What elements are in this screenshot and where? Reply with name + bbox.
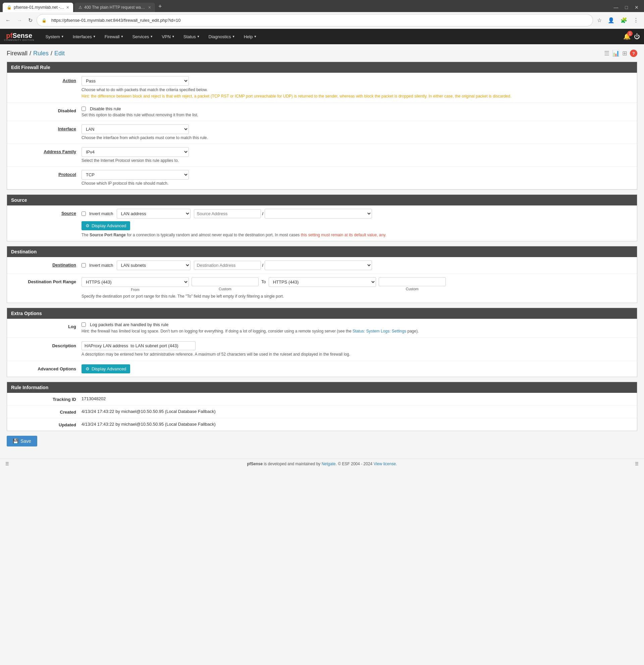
back-button[interactable]: ← <box>3 17 13 24</box>
breadcrumb-rules[interactable]: Rules <box>33 50 49 57</box>
log-hint: Hint: the firewall has limited local log… <box>81 328 633 334</box>
nav-status-caret: ▼ <box>197 35 200 38</box>
extensions-button[interactable]: 🧩 <box>619 16 629 24</box>
nav-badge: 1 <box>627 31 632 36</box>
nav-menu: System ▼ Interfaces ▼ Firewall ▼ Service… <box>41 30 261 43</box>
action-control: Pass Block Reject Choose what to do with… <box>81 76 633 99</box>
address-family-select[interactable]: IPv4 IPv6 IPv4+IPv6 <box>81 147 189 157</box>
destination-input-row: Invert match LAN subnets LAN address WAN… <box>81 261 633 270</box>
destination-section: Destination Destination Invert match LAN… <box>7 246 637 303</box>
nav-item-diagnostics[interactable]: Diagnostics ▼ <box>204 30 239 43</box>
logo-sub: COMMUNITY EDITION <box>4 39 34 41</box>
from-custom-label: Custom <box>191 287 259 291</box>
close-button[interactable]: ✕ <box>632 4 641 11</box>
advanced-options-display-button[interactable]: ⚙ Display Advanced <box>81 364 130 374</box>
footer-license-link[interactable]: View license. <box>374 461 397 466</box>
breadcrumb-icons: ☰ 📊 ⊞ ? <box>604 50 637 57</box>
to-custom-input[interactable] <box>379 277 446 286</box>
destination-invert-label[interactable]: Invert match <box>81 263 113 268</box>
destination-mask-select[interactable]: 24 32 <box>265 261 372 270</box>
chart-icon[interactable]: 📊 <box>612 50 620 57</box>
rule-info-title: Rule Information <box>11 385 48 390</box>
tab2-close-icon[interactable]: × <box>148 5 151 10</box>
save-button[interactable]: 💾 Save <box>7 436 37 446</box>
browser-tab-active[interactable]: 🔒 pfsense-01.myvmlab.net - Fire... × <box>3 3 73 12</box>
breadcrumb-path: Firewall / Rules / Edit <box>7 50 65 57</box>
nav-item-services[interactable]: Services ▼ <box>128 30 157 43</box>
protocol-label: Protocol <box>11 170 81 177</box>
disabled-checkbox[interactable] <box>81 107 86 111</box>
address-input[interactable] <box>49 16 588 24</box>
log-checkbox[interactable] <box>81 322 86 327</box>
nav-bell[interactable]: 🔔 1 <box>623 33 630 40</box>
source-display-advanced-button[interactable]: ⚙ Display Advanced <box>81 221 130 230</box>
destination-dropdown[interactable]: LAN subnets LAN address WAN address any … <box>117 261 190 270</box>
help-icon[interactable]: ? <box>630 50 637 57</box>
list-icon[interactable]: ☰ <box>604 50 609 57</box>
address-family-control: IPv4 IPv6 IPv4+IPv6 Select the Internet … <box>81 147 633 163</box>
nav-logout[interactable]: ⏻ <box>634 33 640 40</box>
nav-item-help[interactable]: Help ▼ <box>239 30 261 43</box>
from-select[interactable]: HTTPS (443) HTTP (80) any (other) <box>81 277 189 287</box>
source-invert-checkbox[interactable] <box>81 211 86 216</box>
to-select[interactable]: HTTPS (443) HTTP (80) any (other) <box>269 277 376 287</box>
destination-invert-checkbox[interactable] <box>81 263 86 267</box>
form-row-created: Created 4/13/24 17:43:22 by michael@10.5… <box>7 405 637 418</box>
page-footer: ☰ pfSense is developed and maintained by… <box>0 458 644 469</box>
nav-right: 🔔 1 ⏻ <box>623 33 640 40</box>
footer-netgate-link[interactable]: Netgate <box>322 461 336 466</box>
refresh-button[interactable]: ↻ <box>26 16 35 24</box>
dest-port-label: Destination Port Range <box>11 277 81 284</box>
to-separator: To <box>261 277 266 284</box>
source-address-group: / 24 32 <box>194 209 372 218</box>
nav-item-vpn[interactable]: VPN ▼ <box>157 30 179 43</box>
breadcrumb-sep1: / <box>30 50 31 57</box>
action-select[interactable]: Pass Block Reject <box>81 76 189 86</box>
log-hint-link[interactable]: Status: System Logs: Settings <box>352 329 406 334</box>
form-row-action: Action Pass Block Reject Choose what to … <box>7 73 637 103</box>
destination-address-input[interactable] <box>194 261 261 270</box>
nav-diagnostics-caret: ▼ <box>232 35 235 38</box>
form-row-disabled: Disabled Disable this rule Set this opti… <box>7 103 637 121</box>
lock-icon: 🔒 <box>42 18 47 23</box>
nav-item-system[interactable]: System ▼ <box>41 30 68 43</box>
from-custom-input[interactable] <box>191 277 259 286</box>
nav-item-interfaces[interactable]: Interfaces ▼ <box>69 30 100 43</box>
description-input[interactable] <box>81 341 196 350</box>
advanced-options-label: Advanced Options <box>11 364 81 372</box>
dest-port-control: HTTPS (443) HTTP (80) any (other) From C… <box>81 277 633 299</box>
form-row-dest-port: Destination Port Range HTTPS (443) HTTP … <box>7 274 637 303</box>
interface-label: Interface <box>11 125 81 131</box>
minimize-button[interactable]: — <box>611 4 621 11</box>
maximize-button[interactable]: □ <box>623 4 630 11</box>
source-address-input[interactable] <box>194 209 261 218</box>
forward-button[interactable]: → <box>15 17 24 24</box>
protocol-select[interactable]: TCP UDP TCP/UDP ICMP any <box>81 170 189 180</box>
log-checkbox-label[interactable]: Log packets that are handled by this rul… <box>81 322 633 327</box>
pfsense-logo: pfSense COMMUNITY EDITION <box>4 32 34 41</box>
address-bar[interactable]: 🔒 <box>37 14 593 26</box>
nav-item-status[interactable]: Status ▼ <box>179 30 204 43</box>
save-icon: 💾 <box>13 438 18 444</box>
table-icon[interactable]: ⊞ <box>622 50 627 57</box>
source-invert-label[interactable]: Invert match <box>81 211 113 216</box>
menu-button[interactable]: ⋮ <box>631 16 641 24</box>
interface-select[interactable]: LAN WAN VLAN <box>81 125 189 134</box>
browser-tab-inactive[interactable]: ⚠ 400 The plain HTTP request was se... × <box>74 3 155 12</box>
source-mask-select[interactable]: 24 32 <box>265 209 372 218</box>
gear-icon: ⚙ <box>86 223 90 228</box>
from-custom-group: Custom <box>191 277 259 291</box>
tab-close-icon[interactable]: × <box>67 5 69 10</box>
updated-label: Updated <box>11 422 81 428</box>
disabled-checkbox-label[interactable]: Disable this rule <box>81 106 633 111</box>
bookmark-button[interactable]: ☆ <box>595 16 604 24</box>
destination-address-group: / 24 32 <box>194 261 372 270</box>
nav-vpn-label: VPN <box>162 34 171 39</box>
profile-button[interactable]: 👤 <box>606 16 617 24</box>
nav-item-firewall[interactable]: Firewall ▼ <box>100 30 128 43</box>
from-group: HTTPS (443) HTTP (80) any (other) From <box>81 277 189 291</box>
source-dropdown[interactable]: LAN address LAN subnets WAN address any … <box>117 209 190 218</box>
browser-toolbar: ← → ↻ 🔒 ☆ 👤 🧩 ⋮ <box>0 12 644 29</box>
new-tab-button[interactable]: + <box>156 3 164 12</box>
tab-favicon: 🔒 <box>7 5 12 10</box>
